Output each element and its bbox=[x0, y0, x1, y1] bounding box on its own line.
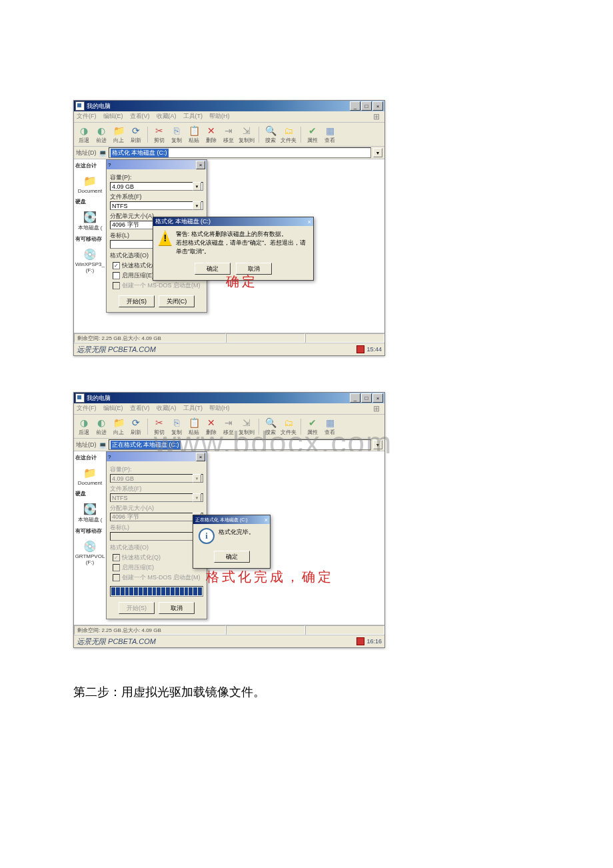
close-button[interactable]: × bbox=[372, 393, 383, 403]
menu-edit[interactable]: 编辑(E) bbox=[103, 404, 123, 413]
menu-help[interactable]: 帮助(H) bbox=[209, 404, 230, 413]
copyto-button[interactable]: ⇲复制到 bbox=[239, 417, 255, 436]
address-input[interactable]: 格式化 本地磁盘 (C:) bbox=[109, 147, 372, 158]
cut-button[interactable]: ✂剪切 bbox=[152, 125, 167, 144]
fs-select[interactable]: NTFS▼ bbox=[110, 201, 203, 210]
menu-help[interactable]: 帮助(H) bbox=[209, 112, 230, 121]
address-dropdown-icon[interactable]: ▼ bbox=[373, 440, 382, 449]
start-button: 开始(S) bbox=[119, 602, 155, 614]
explorer-body: 在这台计 📁Document 硬盘 💽本地磁盘 ( 有可移动存 💿WinXPSP… bbox=[74, 159, 384, 333]
refresh-button[interactable]: ⟳刷新 bbox=[129, 417, 143, 436]
screenshot-2: www.bdocx.com 我的电脑 _ □ × 文件(F) 编辑(E) 查看(… bbox=[73, 392, 385, 648]
maximize-button[interactable]: □ bbox=[361, 101, 372, 111]
close-button[interactable]: × bbox=[372, 101, 383, 111]
capacity-select[interactable]: 4.09 GB▼ bbox=[110, 182, 203, 191]
item-localdisk[interactable]: 💽本地磁盘 ( bbox=[75, 501, 105, 523]
close-dialog-button[interactable]: 关闭(C) bbox=[159, 295, 195, 307]
msdos-checkbox: 创建一个 MS-DOS 启动盘(M) bbox=[113, 573, 203, 582]
cut-button[interactable]: ✂剪切 bbox=[152, 417, 167, 436]
minimize-button[interactable]: _ bbox=[350, 101, 360, 111]
properties-button[interactable]: ✔属性 bbox=[305, 125, 320, 144]
info-msgbox: 正在格式化 本地磁盘 (C:) × i 格式化完毕。 确定 bbox=[193, 515, 271, 569]
delete-button[interactable]: ✕删除 bbox=[204, 125, 219, 144]
back-button[interactable]: ◑后退 bbox=[77, 125, 91, 144]
menu-edit[interactable]: 编辑(E) bbox=[103, 112, 123, 121]
capacity-label: 容量(P): bbox=[110, 465, 203, 474]
watermark-bar: 远景无限 PCBETA.COM 15:44 bbox=[74, 343, 384, 355]
menu-tools[interactable]: 工具(T) bbox=[183, 404, 203, 413]
ok-button[interactable]: 确定 bbox=[214, 551, 250, 563]
folders-button[interactable]: 🗂文件夹 bbox=[281, 125, 297, 144]
status-bar: 剩余空间: 2.25 GB 总大小: 4.09 GB bbox=[74, 625, 384, 635]
item-documents[interactable]: 📁Document bbox=[75, 173, 105, 194]
group-hd: 硬盘 bbox=[75, 197, 105, 207]
copyto-button[interactable]: ⇲复制到 bbox=[239, 125, 255, 144]
properties-button[interactable]: ✔属性 bbox=[305, 417, 320, 436]
menu-view[interactable]: 查看(V) bbox=[130, 404, 150, 413]
cancel-dialog-button[interactable]: 取消 bbox=[159, 602, 195, 614]
start-button[interactable]: 开始(S) bbox=[119, 295, 155, 307]
status-text: 剩余空间: 2.25 GB 总大小: 4.09 GB bbox=[74, 333, 226, 343]
forward-button[interactable]: ◐前进 bbox=[94, 125, 109, 144]
menu-file[interactable]: 文件(F) bbox=[77, 112, 97, 121]
item-removable[interactable]: 💿GRTMPVOL(F:) bbox=[75, 539, 105, 565]
copy-button[interactable]: ⎘复制 bbox=[169, 125, 184, 144]
up-button[interactable]: 📁向上 bbox=[111, 417, 126, 436]
msgbox-close-icon[interactable]: × bbox=[308, 219, 311, 225]
left-pane: 在这台计 📁Document 硬盘 💽本地磁盘 ( 有可移动存 💿GRTMPVO… bbox=[74, 451, 106, 625]
format-close-icon[interactable]: × bbox=[196, 453, 205, 461]
toolbar: ◑后退 ◐前进 📁向上 ⟳刷新 ✂剪切 ⎘复制 📋粘贴 ✕删除 ⇥移至 ⇲复制到… bbox=[74, 415, 384, 439]
watermark-text: 远景无限 PCBETA.COM bbox=[77, 345, 156, 355]
menu-tools[interactable]: 工具(T) bbox=[183, 112, 203, 121]
format-close-icon[interactable]: × bbox=[196, 161, 205, 169]
view-button[interactable]: ▦查看 bbox=[322, 417, 337, 436]
back-button[interactable]: ◑后退 bbox=[77, 417, 91, 436]
titlebar: 我的电脑 _ □ × bbox=[74, 393, 384, 403]
group-thispc: 在这台计 bbox=[75, 453, 105, 463]
folders-button[interactable]: 🗂文件夹 bbox=[281, 417, 297, 436]
menu-file[interactable]: 文件(F) bbox=[77, 404, 97, 413]
item-documents[interactable]: 📁Document bbox=[75, 465, 105, 486]
options-label: 格式化选项(O) bbox=[110, 543, 203, 552]
explorer-body: 在这台计 📁Document 硬盘 💽本地磁盘 ( 有可移动存 💿GRTMPVO… bbox=[74, 451, 384, 625]
app-icon bbox=[75, 393, 85, 403]
msgbox-close-icon[interactable]: × bbox=[265, 517, 268, 523]
up-button[interactable]: 📁向上 bbox=[111, 125, 126, 144]
volume-label: 卷标(L) bbox=[110, 523, 203, 532]
view-button[interactable]: ▦查看 bbox=[322, 125, 337, 144]
msg-line1: 警告: 格式化将删除该磁盘上的所有数据。 bbox=[176, 230, 308, 239]
menu-bar: 文件(F) 编辑(E) 查看(V) 收藏(A) 工具(T) 帮助(H) ⊞ bbox=[74, 403, 384, 415]
address-dropdown-icon[interactable]: ▼ bbox=[373, 148, 382, 157]
window-title: 我的电脑 bbox=[87, 102, 111, 111]
menu-fav[interactable]: 收藏(A) bbox=[157, 112, 177, 121]
screenshot-1: 我的电脑 _ □ × 文件(F) 编辑(E) 查看(V) 收藏(A) 工具(T)… bbox=[73, 100, 385, 356]
delete-button[interactable]: ✕删除 bbox=[204, 417, 219, 436]
minimize-button[interactable]: _ bbox=[350, 393, 360, 403]
moveto-button[interactable]: ⇥移至 bbox=[221, 417, 236, 436]
alloc-label: 分配单元大小(A) bbox=[110, 504, 203, 513]
moveto-button[interactable]: ⇥移至 bbox=[221, 125, 236, 144]
address-label: 地址(D) bbox=[76, 441, 97, 449]
msg-line: 格式化完毕。 bbox=[219, 528, 255, 537]
msdos-checkbox: 创建一个 MS-DOS 启动盘(M) bbox=[113, 281, 203, 290]
paste-button[interactable]: 📋粘贴 bbox=[187, 417, 201, 436]
capacity-select: 4.09 GB▼ bbox=[110, 474, 203, 483]
refresh-button[interactable]: ⟳刷新 bbox=[129, 125, 143, 144]
copy-button[interactable]: ⎘复制 bbox=[169, 417, 184, 436]
paste-button[interactable]: 📋粘贴 bbox=[187, 125, 201, 144]
ok-button[interactable]: 确定 bbox=[195, 263, 231, 275]
address-bar: 地址(D) 💻 格式化 本地磁盘 (C:) ▼ bbox=[74, 147, 384, 159]
group-hd: 硬盘 bbox=[75, 489, 105, 499]
search-button[interactable]: 🔍搜索 bbox=[263, 417, 278, 436]
menu-fav[interactable]: 收藏(A) bbox=[157, 404, 177, 413]
fs-label: 文件系统(F) bbox=[110, 193, 203, 201]
menu-view[interactable]: 查看(V) bbox=[130, 112, 150, 121]
maximize-button[interactable]: □ bbox=[361, 393, 372, 403]
app-icon bbox=[75, 101, 85, 111]
quick-format-checkbox: ✓快速格式化(Q) bbox=[113, 553, 203, 562]
address-input[interactable]: 正在格式化 本地磁盘 (C:) bbox=[109, 439, 372, 450]
item-removable[interactable]: 💿WinXPSP3_(F:) bbox=[75, 247, 105, 273]
item-localdisk[interactable]: 💽本地磁盘 ( bbox=[75, 209, 105, 231]
search-button[interactable]: 🔍搜索 bbox=[263, 125, 278, 144]
forward-button[interactable]: ◐前进 bbox=[94, 417, 109, 436]
